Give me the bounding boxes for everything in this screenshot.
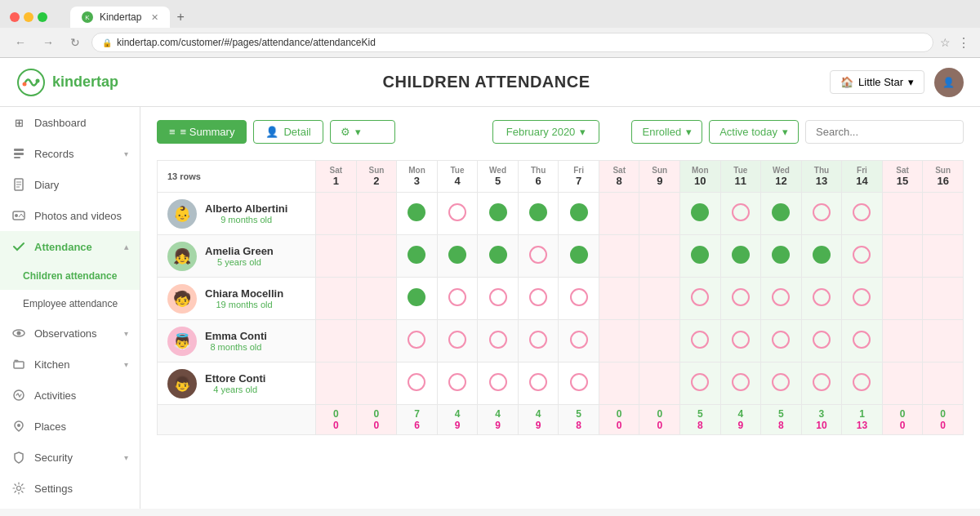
attendance-cell-2-14[interactable] (882, 278, 923, 320)
attendance-cell-4-2[interactable] (397, 363, 438, 405)
attendance-cell-0-14[interactable] (882, 193, 923, 235)
attendance-cell-1-1[interactable] (356, 235, 397, 278)
browser-tab-active[interactable]: K Kindertap ✕ (70, 7, 170, 28)
attendance-cell-4-12[interactable] (801, 363, 842, 405)
sidebar-item-activities[interactable]: Activities (0, 380, 140, 411)
attendance-cell-3-15[interactable] (923, 320, 964, 363)
attendance-cell-0-15[interactable] (923, 193, 964, 235)
new-tab-button[interactable]: + (176, 10, 184, 24)
sidebar-item-attendance[interactable]: Attendance ▴ (0, 231, 140, 262)
attendance-cell-1-6[interactable] (559, 235, 599, 278)
attendance-cell-3-7[interactable] (599, 320, 639, 363)
sidebar-item-records[interactable]: Records ▾ (0, 138, 140, 169)
attendance-cell-2-11[interactable] (761, 278, 802, 320)
attendance-cell-0-5[interactable] (518, 193, 559, 235)
bookmark-icon[interactable]: ☆ (940, 36, 951, 49)
attendance-cell-4-1[interactable] (356, 363, 397, 405)
refresh-button[interactable]: ↻ (65, 34, 85, 51)
attendance-cell-1-13[interactable] (842, 235, 883, 278)
attendance-cell-1-2[interactable] (397, 235, 438, 278)
close-dot[interactable] (10, 12, 20, 22)
sidebar-item-settings[interactable]: Settings (0, 473, 140, 504)
home-button[interactable]: 🏠 Little Star ▾ (830, 70, 924, 94)
attendance-cell-2-8[interactable] (639, 278, 680, 320)
sidebar-item-observations[interactable]: Observations ▾ (0, 318, 140, 349)
child-name-cell-2[interactable]: 🧒 Chiara Mocellin 19 months old (158, 278, 316, 320)
attendance-cell-3-14[interactable] (882, 320, 923, 363)
attendance-cell-3-6[interactable] (559, 320, 599, 363)
attendance-cell-2-15[interactable] (923, 278, 964, 320)
attendance-cell-2-9[interactable] (680, 278, 721, 320)
attendance-cell-0-9[interactable] (680, 193, 721, 235)
tab-close-button[interactable]: ✕ (151, 12, 158, 23)
attendance-cell-0-3[interactable] (437, 193, 478, 235)
attendance-cell-3-2[interactable] (397, 320, 438, 363)
search-input[interactable] (805, 120, 964, 144)
attendance-cell-2-0[interactable] (316, 278, 357, 320)
attendance-cell-3-9[interactable] (680, 320, 721, 363)
attendance-cell-3-1[interactable] (356, 320, 397, 363)
sidebar-item-photos[interactable]: Photos and videos (0, 200, 140, 231)
attendance-cell-3-10[interactable] (720, 320, 761, 363)
minimize-dot[interactable] (24, 12, 33, 22)
attendance-cell-3-5[interactable] (518, 320, 559, 363)
attendance-cell-0-12[interactable] (801, 193, 842, 235)
sidebar-item-children-attendance[interactable]: Children attendance (0, 262, 140, 290)
sidebar-item-diary[interactable]: Diary (0, 169, 140, 200)
attendance-cell-3-4[interactable] (478, 320, 519, 363)
enrolled-dropdown-button[interactable]: Enrolled ▾ (631, 120, 702, 144)
sidebar-item-places[interactable]: Places (0, 411, 140, 442)
attendance-cell-3-12[interactable] (801, 320, 842, 363)
attendance-cell-4-0[interactable] (316, 363, 357, 405)
attendance-cell-2-12[interactable] (801, 278, 842, 320)
attendance-cell-4-7[interactable] (599, 363, 639, 405)
attendance-cell-2-4[interactable] (478, 278, 519, 320)
date-picker-button[interactable]: February 2020 ▾ (492, 120, 600, 144)
attendance-cell-0-10[interactable] (720, 193, 761, 235)
attendance-cell-3-8[interactable] (639, 320, 680, 363)
attendance-cell-4-14[interactable] (882, 363, 923, 405)
attendance-cell-1-15[interactable] (923, 235, 964, 278)
attendance-cell-2-1[interactable] (356, 278, 397, 320)
attendance-cell-4-13[interactable] (842, 363, 883, 405)
attendance-cell-4-10[interactable] (720, 363, 761, 405)
child-name-cell-1[interactable]: 👧 Amelia Green 5 years old (158, 235, 316, 278)
attendance-cell-0-1[interactable] (356, 193, 397, 235)
attendance-cell-0-7[interactable] (599, 193, 639, 235)
attendance-cell-0-11[interactable] (761, 193, 802, 235)
attendance-cell-1-4[interactable] (478, 235, 519, 278)
attendance-cell-2-10[interactable] (720, 278, 761, 320)
attendance-cell-4-15[interactable] (923, 363, 964, 405)
attendance-cell-1-9[interactable] (680, 235, 721, 278)
child-name-cell-4[interactable]: 👦 Ettore Conti 4 years old (158, 363, 316, 405)
attendance-cell-4-11[interactable] (761, 363, 802, 405)
attendance-cell-3-13[interactable] (842, 320, 883, 363)
attendance-cell-0-6[interactable] (559, 193, 599, 235)
attendance-cell-0-8[interactable] (639, 193, 680, 235)
attendance-cell-1-11[interactable] (761, 235, 802, 278)
attendance-cell-4-9[interactable] (680, 363, 721, 405)
browser-menu-icon[interactable]: ⋮ (957, 35, 970, 51)
maximize-dot[interactable] (38, 12, 47, 22)
attendance-cell-1-8[interactable] (639, 235, 680, 278)
attendance-cell-4-5[interactable] (518, 363, 559, 405)
attendance-cell-1-3[interactable] (437, 235, 478, 278)
attendance-cell-2-13[interactable] (842, 278, 883, 320)
detail-button[interactable]: 👤 Detail (253, 120, 323, 144)
attendance-cell-2-3[interactable] (437, 278, 478, 320)
attendance-cell-0-0[interactable] (316, 193, 357, 235)
attendance-cell-4-6[interactable] (559, 363, 599, 405)
forward-button[interactable]: → (38, 34, 59, 51)
attendance-cell-2-5[interactable] (518, 278, 559, 320)
attendance-cell-4-3[interactable] (437, 363, 478, 405)
attendance-cell-3-3[interactable] (437, 320, 478, 363)
attendance-cell-1-5[interactable] (518, 235, 559, 278)
attendance-cell-2-6[interactable] (559, 278, 599, 320)
sidebar-item-dashboard[interactable]: ⊞ Dashboard (0, 107, 140, 138)
attendance-cell-2-7[interactable] (599, 278, 639, 320)
active-today-dropdown-button[interactable]: Active today ▾ (709, 120, 799, 144)
attendance-cell-0-13[interactable] (842, 193, 883, 235)
attendance-cell-1-14[interactable] (882, 235, 923, 278)
sidebar-item-kitchen[interactable]: Kitchen ▾ (0, 349, 140, 380)
sidebar-item-employee-attendance[interactable]: Employee attendance (0, 290, 140, 318)
